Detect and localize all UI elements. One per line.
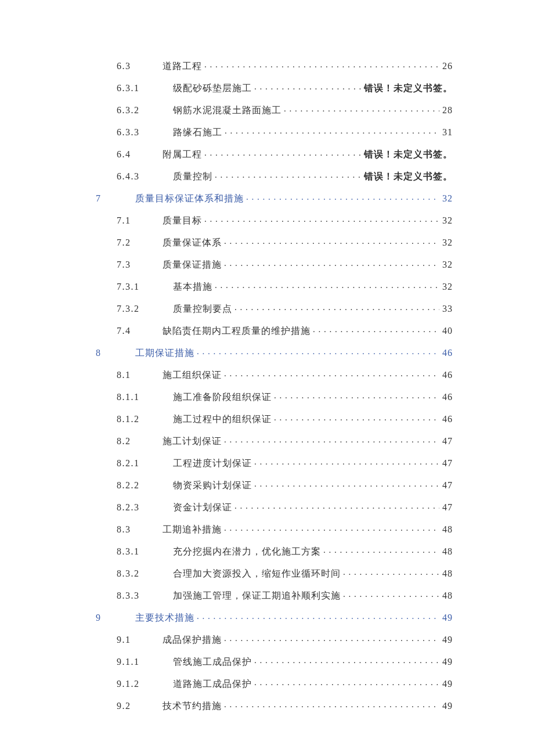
toc-page-number: 49 bbox=[441, 679, 453, 689]
toc-leader-dots bbox=[343, 568, 439, 577]
toc-title: 加强施工管理，保证工期追补顺利实施 bbox=[173, 591, 341, 600]
toc-number: 8.3.1 bbox=[117, 547, 173, 556]
toc-title: 物资采购计划保证 bbox=[173, 481, 252, 490]
toc-page-number: 48 bbox=[441, 525, 453, 534]
toc-title: 充分挖掘内在潜力，优化施工方案 bbox=[173, 547, 321, 556]
toc-leader-dots bbox=[224, 436, 439, 444]
toc-leader-dots bbox=[274, 414, 439, 422]
toc-row: 7.3质量保证措施 32 bbox=[96, 260, 453, 269]
toc-number: 8 bbox=[96, 348, 135, 358]
toc-title: 道路工程 bbox=[163, 62, 202, 71]
toc-leader-dots bbox=[224, 701, 439, 709]
toc-title: 工期追补措施 bbox=[163, 525, 222, 534]
toc-page-number: 28 bbox=[441, 106, 453, 115]
toc-row: 6.3.3路缘石施工 31 bbox=[96, 127, 453, 137]
toc-row: 8.2.2物资采购计划保证 47 bbox=[96, 480, 453, 490]
toc-number: 7.3 bbox=[117, 260, 163, 269]
toc-page-error: 错误！未定义书签。 bbox=[362, 84, 453, 93]
toc-row: 9.1.1管线施工成品保护 49 bbox=[96, 657, 453, 667]
toc-leader-dots bbox=[224, 260, 439, 268]
toc-leader-dots bbox=[254, 657, 439, 665]
toc-leader-dots bbox=[254, 679, 439, 687]
table-of-contents: 6.3道路工程 266.3.1级配砂砾垫层施工 错误！未定义书签。6.3.2钢筋… bbox=[96, 61, 453, 711]
toc-leader-dots bbox=[323, 546, 439, 555]
toc-page-number: 48 bbox=[441, 547, 453, 556]
toc-row: 8.3.3加强施工管理，保证工期追补顺利实施 48 bbox=[96, 591, 453, 600]
toc-row: 7.3.1基本措施 32 bbox=[96, 282, 453, 291]
toc-number: 8.2.3 bbox=[117, 503, 173, 512]
toc-page-number: 33 bbox=[441, 304, 453, 314]
toc-number: 9.1.2 bbox=[117, 679, 173, 689]
toc-row: 6.4.3质量控制 错误！未定义书签。 bbox=[96, 171, 453, 181]
toc-number: 6.3.2 bbox=[117, 106, 173, 115]
toc-row: 8.1施工组织保证 46 bbox=[96, 370, 453, 380]
toc-page-number: 46 bbox=[441, 370, 453, 380]
toc-title: 质量目标 bbox=[163, 216, 202, 225]
toc-number: 8.3.3 bbox=[117, 591, 173, 600]
toc-page-number: 46 bbox=[441, 348, 453, 358]
toc-number: 9.1 bbox=[117, 635, 163, 645]
toc-leader-dots bbox=[224, 370, 439, 378]
toc-title: 管线施工成品保护 bbox=[173, 657, 252, 667]
toc-leader-dots bbox=[204, 149, 361, 157]
toc-number: 9.2 bbox=[117, 701, 163, 711]
toc-number: 7.4 bbox=[117, 326, 163, 336]
toc-number: 6.4 bbox=[117, 150, 163, 159]
toc-leader-dots bbox=[197, 348, 439, 356]
toc-page-number: 46 bbox=[441, 393, 453, 402]
toc-leader-dots bbox=[284, 105, 439, 113]
toc-page-number: 32 bbox=[441, 216, 453, 225]
toc-leader-dots bbox=[343, 591, 439, 599]
toc-title: 施工组织保证 bbox=[163, 370, 222, 380]
toc-page-number: 49 bbox=[441, 657, 453, 667]
toc-page-number: 48 bbox=[441, 569, 453, 578]
toc-row[interactable]: 9主要技术措施 49 bbox=[96, 613, 453, 622]
toc-row[interactable]: 8工期保证措施 46 bbox=[96, 348, 453, 358]
toc-row: 6.3.1级配砂砾垫层施工 错误！未定义书签。 bbox=[96, 83, 453, 93]
toc-row: 8.2.1工程进度计划保证 47 bbox=[96, 458, 453, 468]
toc-number: 8.3 bbox=[117, 525, 163, 534]
toc-leader-dots bbox=[224, 524, 439, 532]
toc-row: 8.2施工计划保证 47 bbox=[96, 436, 453, 446]
toc-title: 技术节约措施 bbox=[163, 701, 222, 711]
toc-row: 9.2技术节约措施 49 bbox=[96, 701, 453, 711]
toc-page-number: 26 bbox=[441, 62, 453, 71]
toc-number: 8.1.2 bbox=[117, 415, 173, 424]
toc-row: 8.3.1充分挖掘内在潜力，优化施工方案 48 bbox=[96, 546, 453, 556]
toc-title: 工程进度计划保证 bbox=[173, 459, 252, 468]
toc-leader-dots bbox=[246, 193, 439, 201]
toc-row: 6.3道路工程 26 bbox=[96, 61, 453, 71]
toc-row: 9.1.2道路施工成品保护 49 bbox=[96, 679, 453, 689]
toc-leader-dots bbox=[313, 326, 439, 334]
toc-title: 基本措施 bbox=[173, 282, 212, 291]
toc-row: 8.2.3资金计划保证 47 bbox=[96, 502, 453, 512]
toc-number: 8.2 bbox=[117, 437, 163, 446]
toc-page-number: 47 bbox=[441, 437, 453, 446]
document-page: 6.3道路工程 266.3.1级配砂砾垫层施工 错误！未定义书签。6.3.2钢筋… bbox=[0, 0, 534, 756]
toc-leader-dots bbox=[225, 127, 439, 135]
toc-page-number: 48 bbox=[441, 591, 453, 600]
toc-title: 质量保证措施 bbox=[163, 260, 222, 269]
toc-row: 7.2质量保证体系 32 bbox=[96, 237, 453, 247]
toc-leader-dots bbox=[204, 61, 439, 69]
toc-page-number: 46 bbox=[441, 415, 453, 424]
toc-page-number: 47 bbox=[441, 481, 453, 490]
toc-leader-dots bbox=[234, 304, 439, 312]
toc-page-number: 40 bbox=[441, 326, 453, 336]
toc-number: 7 bbox=[96, 194, 135, 203]
toc-title: 主要技术措施 bbox=[135, 613, 194, 622]
toc-title: 施工计划保证 bbox=[163, 437, 222, 446]
toc-leader-dots bbox=[215, 282, 439, 290]
toc-title: 工期保证措施 bbox=[135, 348, 194, 358]
toc-leader-dots bbox=[224, 237, 439, 246]
toc-title: 施工准备阶段组织保证 bbox=[173, 393, 272, 402]
toc-page-number: 49 bbox=[441, 701, 453, 711]
toc-title: 质量控制 bbox=[173, 172, 212, 181]
toc-title: 质量控制要点 bbox=[173, 304, 232, 314]
toc-leader-dots bbox=[215, 171, 361, 179]
toc-row[interactable]: 7质量目标保证体系和措施 32 bbox=[96, 193, 453, 203]
toc-row: 8.1.1施工准备阶段组织保证 46 bbox=[96, 392, 453, 402]
toc-page-number: 32 bbox=[441, 194, 453, 203]
toc-leader-dots bbox=[274, 392, 439, 400]
toc-leader-dots bbox=[234, 502, 439, 510]
